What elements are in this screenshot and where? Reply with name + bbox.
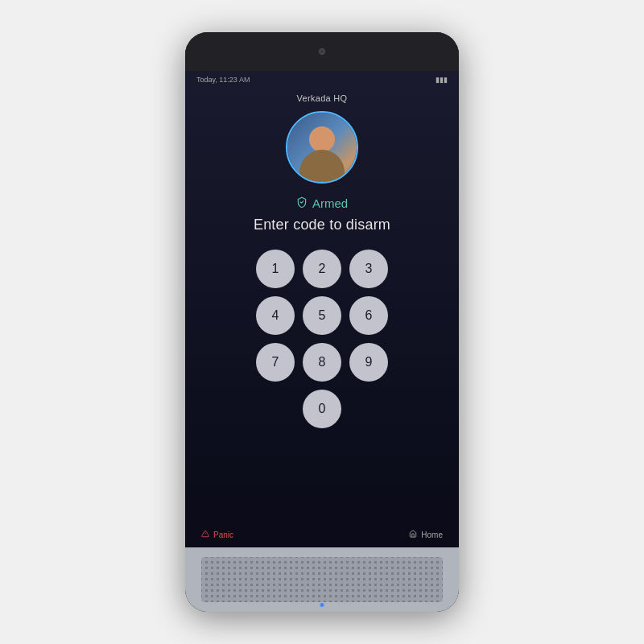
- panic-icon: [201, 530, 209, 539]
- device-top: [185, 32, 459, 71]
- bottom-bar: Panic Home: [185, 522, 459, 547]
- camera-dot: [319, 48, 325, 55]
- key-2[interactable]: 2: [303, 250, 341, 288]
- screen-content: Verkada HQ Armed Enter code to disarm: [185, 89, 459, 547]
- disarm-instruction: Enter code to disarm: [254, 217, 390, 233]
- device: Today, 11:23 AM ▮▮▮ Verkada HQ Armed: [185, 32, 459, 612]
- key-7[interactable]: 7: [256, 343, 295, 382]
- key-6[interactable]: 6: [349, 296, 388, 335]
- key-8[interactable]: 8: [303, 343, 341, 382]
- avatar: [287, 113, 357, 182]
- panic-label: Panic: [213, 530, 233, 539]
- key-1[interactable]: 1: [256, 250, 295, 288]
- keypad: 1 2 3 4 5 6 7 8 9: [256, 250, 388, 382]
- shield-icon: [296, 196, 308, 210]
- armed-text: Armed: [312, 196, 348, 210]
- key-9[interactable]: 9: [349, 343, 388, 382]
- key-5[interactable]: 5: [303, 296, 341, 335]
- key-4[interactable]: 4: [256, 296, 295, 335]
- speaker-grille: [201, 557, 442, 602]
- home-label: Home: [421, 530, 443, 539]
- battery-indicator: ▮▮▮: [436, 76, 448, 84]
- key-0[interactable]: 0: [303, 390, 341, 428]
- status-time: Today, 11:23 AM: [196, 76, 250, 84]
- home-icon: [409, 530, 417, 539]
- avatar-container: [286, 111, 358, 184]
- key-3[interactable]: 3: [349, 250, 388, 288]
- location-label: Verkada HQ: [297, 93, 348, 103]
- armed-status-row: Armed: [296, 196, 348, 210]
- device-speaker: [185, 547, 459, 612]
- led-indicator: [320, 603, 324, 607]
- panic-button[interactable]: Panic: [201, 530, 233, 539]
- speaker-dots: [201, 557, 442, 602]
- screen: Today, 11:23 AM ▮▮▮ Verkada HQ Armed: [185, 71, 459, 547]
- home-button[interactable]: Home: [409, 530, 443, 539]
- keypad-zero-row: 0: [303, 390, 341, 428]
- status-bar: Today, 11:23 AM ▮▮▮: [185, 71, 459, 89]
